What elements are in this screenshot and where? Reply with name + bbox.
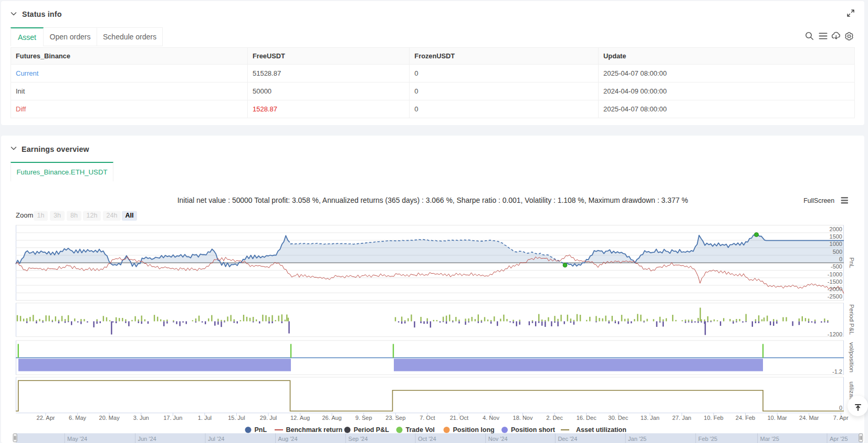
svg-text:2000: 2000 <box>830 226 842 232</box>
svg-text:1. Jul: 1. Jul <box>198 415 212 421</box>
svg-text:24h: 24h <box>107 212 118 219</box>
svg-text:9. Sep: 9. Sep <box>355 415 372 421</box>
svg-text:Dec '24: Dec '24 <box>558 436 577 442</box>
svg-text:Oct '24: Oct '24 <box>418 436 436 442</box>
svg-text:Period P&L: Period P&L <box>354 426 390 434</box>
svg-text:7. Oct: 7. Oct <box>420 415 435 421</box>
svg-text:Asset utilization: Asset utilization <box>576 426 626 434</box>
svg-text:Period P&L: Period P&L <box>849 304 855 335</box>
svg-text:0: 0 <box>839 405 842 411</box>
svg-text:0: 0 <box>839 256 842 262</box>
svg-text:8h: 8h <box>70 212 78 219</box>
svg-text:-2000: -2000 <box>828 286 842 292</box>
svg-text:Apr '25: Apr '25 <box>830 436 848 442</box>
svg-text:2. Dec: 2. Dec <box>546 415 563 421</box>
svg-text:-500: -500 <box>831 263 842 270</box>
svg-text:-2500: -2500 <box>828 293 842 300</box>
svg-text:Position long: Position long <box>453 426 495 434</box>
svg-text:30. Dec: 30. Dec <box>608 415 628 421</box>
svg-text:12. Aug: 12. Aug <box>290 415 310 421</box>
svg-text:10. Mar: 10. Mar <box>767 415 787 421</box>
svg-text:7. Apr: 7. Apr <box>833 415 849 421</box>
svg-text:Sep '24: Sep '24 <box>348 436 368 442</box>
svg-text:10. Feb: 10. Feb <box>704 415 723 421</box>
svg-text:20. May: 20. May <box>99 415 120 421</box>
svg-text:1500: 1500 <box>830 233 842 240</box>
svg-text:1h: 1h <box>37 212 45 219</box>
svg-text:24. Mar: 24. Mar <box>799 415 819 421</box>
svg-text:6. May: 6. May <box>69 415 87 421</box>
svg-text:Jun '24: Jun '24 <box>138 436 156 442</box>
svg-text:-1500: -1500 <box>828 279 842 285</box>
svg-text:-1.2: -1.2 <box>832 368 842 375</box>
svg-text:Jan '25: Jan '25 <box>628 436 646 442</box>
svg-text:27. Jan: 27. Jan <box>672 415 691 421</box>
svg-text:-1200: -1200 <box>828 331 842 337</box>
svg-text:1000: 1000 <box>830 241 842 247</box>
svg-text:24. Feb: 24. Feb <box>736 415 755 421</box>
svg-text:26. Aug: 26. Aug <box>322 415 341 421</box>
svg-text:12h: 12h <box>87 212 98 219</box>
svg-text:Mar '25: Mar '25 <box>760 436 779 442</box>
svg-text:Nov '24: Nov '24 <box>488 436 508 442</box>
svg-text:Zoom: Zoom <box>16 211 33 219</box>
svg-text:15. Jul: 15. Jul <box>228 415 245 421</box>
svg-text:3. Jun: 3. Jun <box>133 415 149 421</box>
svg-text:vol/position: vol/position <box>849 342 855 373</box>
svg-text:17. Jun: 17. Jun <box>163 415 182 421</box>
svg-text:Trade Vol: Trade Vol <box>406 426 435 434</box>
svg-text:Aug '24: Aug '24 <box>278 436 298 442</box>
svg-text:22. Apr: 22. Apr <box>37 415 55 421</box>
svg-text:13. Jan: 13. Jan <box>641 415 660 421</box>
svg-text:Jul '24: Jul '24 <box>208 436 224 442</box>
svg-text:-1000: -1000 <box>828 271 842 277</box>
svg-text:Position short: Position short <box>511 426 556 434</box>
svg-text:4. Nov: 4. Nov <box>483 415 499 421</box>
svg-text:500: 500 <box>833 249 842 255</box>
svg-text:PnL: PnL <box>849 257 855 269</box>
svg-text:29. Jul: 29. Jul <box>260 415 277 421</box>
svg-text:23. Sep: 23. Sep <box>385 415 405 421</box>
svg-text:3h: 3h <box>54 212 61 219</box>
svg-text:PnL: PnL <box>255 426 267 434</box>
svg-text:18. Nov: 18. Nov <box>513 415 533 421</box>
svg-text:Initial net value : 50000 Tota: Initial net value : 50000 Total profit: … <box>177 196 688 204</box>
svg-text:Benchmark return: Benchmark return <box>286 426 343 434</box>
svg-text:FullScreen: FullScreen <box>803 197 834 204</box>
svg-text:21. Oct: 21. Oct <box>450 415 468 421</box>
svg-text:May '24: May '24 <box>67 436 87 442</box>
svg-text:Feb '25: Feb '25 <box>698 436 717 442</box>
svg-text:16. Dec: 16. Dec <box>577 415 597 421</box>
svg-text:All: All <box>126 212 134 219</box>
